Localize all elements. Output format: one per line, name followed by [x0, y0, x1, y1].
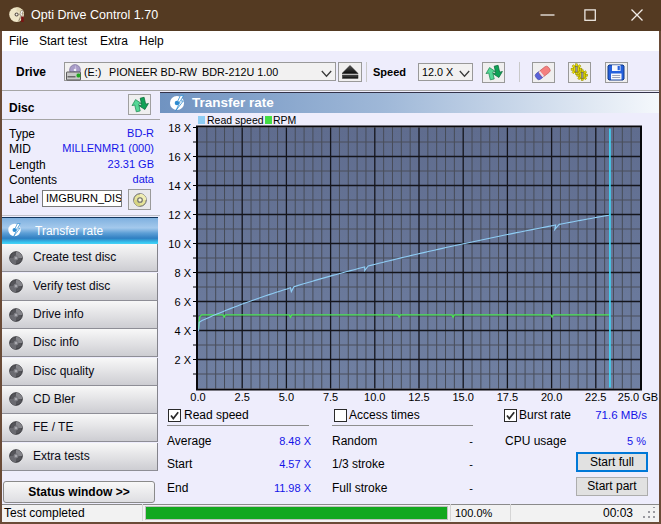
- svg-text:20.0: 20.0: [541, 391, 562, 403]
- svg-text:4 X: 4 X: [174, 325, 191, 337]
- svg-text:10 X: 10 X: [168, 238, 191, 250]
- svg-text:14 X: 14 X: [168, 180, 191, 192]
- svg-text:25.0 GB: 25.0 GB: [618, 391, 658, 403]
- svg-text:5.0: 5.0: [279, 391, 294, 403]
- svg-text:6 X: 6 X: [174, 296, 191, 308]
- svg-text:7.5: 7.5: [323, 391, 338, 403]
- svg-text:17.5: 17.5: [497, 391, 518, 403]
- svg-text:8 X: 8 X: [174, 267, 191, 279]
- svg-text:22.5: 22.5: [585, 391, 606, 403]
- svg-text:0.0: 0.0: [190, 391, 205, 403]
- svg-text:2.5: 2.5: [235, 391, 250, 403]
- svg-text:12.5: 12.5: [408, 391, 429, 403]
- svg-text:15.0: 15.0: [452, 391, 473, 403]
- svg-text:18 X: 18 X: [168, 122, 191, 134]
- svg-text:12 X: 12 X: [168, 209, 191, 221]
- svg-text:10.0: 10.0: [364, 391, 385, 403]
- svg-text:2 X: 2 X: [174, 354, 191, 366]
- svg-text:16 X: 16 X: [168, 151, 191, 163]
